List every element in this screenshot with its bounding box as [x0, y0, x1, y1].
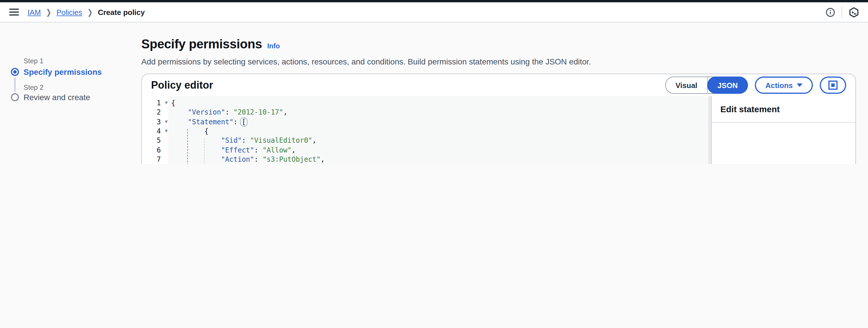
- page-heading-row: Specify permissions Info: [141, 37, 280, 52]
- actions-button[interactable]: Actions: [755, 77, 813, 94]
- code-line[interactable]: 4▼ {: [142, 127, 708, 136]
- step2-radio-icon[interactable]: [11, 93, 19, 101]
- breadcrumb-policies[interactable]: Policies: [57, 8, 83, 17]
- line-number: 4▼: [142, 127, 168, 136]
- code-lines: 1▼{2 "Version": "2012-10-17",3▼ "Stateme…: [142, 99, 708, 164]
- code-line[interactable]: 3▼ "Statement": [: [142, 117, 708, 127]
- step2-sub: Step 2: [24, 83, 43, 91]
- code-line[interactable]: 1▼{: [142, 99, 708, 108]
- step1-radio-icon[interactable]: [11, 67, 19, 76]
- edit-statement-panel: Edit statement Select a statement Select…: [711, 96, 855, 164]
- fullscreen-button[interactable]: [820, 77, 846, 94]
- divider: [842, 6, 842, 18]
- editor-controls: Visual JSON Actions: [665, 77, 846, 94]
- edit-statement-title: Edit statement: [720, 104, 780, 114]
- fold-arrow-icon[interactable]: ▼: [165, 99, 168, 108]
- chevron-right-icon: ❯: [87, 7, 92, 17]
- code-line[interactable]: 6 "Effect": "Allow",: [142, 145, 708, 155]
- breadcrumb-bar: IAM ❯ Policies ❯ Create policy: [0, 2, 868, 23]
- code-line[interactable]: 2 "Version": "2012-10-17",: [142, 108, 708, 117]
- sidebar-item-specify-permissions[interactable]: Specify permissions: [24, 67, 102, 77]
- edit-statement-header: Edit statement: [712, 96, 855, 122]
- line-number: 2: [142, 108, 168, 117]
- console-top-strip: [0, 0, 868, 2]
- step-connector: [14, 78, 16, 91]
- page-description: Add permissions by selecting services, a…: [141, 57, 591, 66]
- policy-editor-header: Policy editor Visual JSON Actions: [142, 74, 855, 97]
- statement-empty-state: Select a statement Select an existing st…: [712, 122, 855, 164]
- info-link[interactable]: Info: [267, 42, 280, 50]
- sidebar-item-review-and-create[interactable]: Review and create: [24, 93, 90, 102]
- line-number: 3▼: [142, 117, 168, 127]
- breadcrumb: IAM ❯ Policies ❯ Create policy: [28, 8, 145, 17]
- chevron-down-icon: [797, 83, 803, 87]
- code-line[interactable]: 5 "Sid": "VisualEditor0",: [142, 136, 708, 145]
- json-tab[interactable]: JSON: [707, 77, 748, 94]
- line-number: 7: [142, 155, 168, 164]
- panel-resize-handle[interactable]: [708, 96, 711, 164]
- iam-create-policy-page: IAM ❯ Policies ❯ Create policy Step 1 Sp…: [0, 0, 868, 164]
- page-title: Specify permissions: [141, 37, 262, 52]
- policy-editor-title: Policy editor: [151, 79, 665, 91]
- breadcrumb-current: Create policy: [98, 8, 145, 17]
- policy-editor-body: 1▼{2 "Version": "2012-10-17",3▼ "Stateme…: [142, 96, 855, 164]
- json-code-editor[interactable]: 1▼{2 "Version": "2012-10-17",3▼ "Stateme…: [142, 96, 708, 164]
- code-line[interactable]: 7 "Action": "s3:PutObject",: [142, 155, 708, 164]
- breadcrumb-bar-right: [824, 6, 868, 19]
- info-circle-icon[interactable]: [824, 6, 836, 19]
- fold-arrow-icon[interactable]: ▼: [165, 117, 168, 127]
- line-number: 6: [142, 145, 168, 155]
- line-number: 5: [142, 136, 168, 145]
- visual-tab[interactable]: Visual: [666, 77, 707, 94]
- editor-mode-toggle: Visual JSON: [665, 77, 748, 94]
- breadcrumb-iam[interactable]: IAM: [28, 8, 41, 17]
- cloudshell-icon[interactable]: [847, 6, 860, 19]
- menu-icon[interactable]: [9, 8, 19, 16]
- policy-editor-card: Policy editor Visual JSON Actions: [141, 74, 856, 164]
- line-number: 1▼: [142, 99, 168, 108]
- fullscreen-icon: [828, 81, 838, 90]
- chevron-right-icon: ❯: [46, 7, 51, 17]
- fold-arrow-icon[interactable]: ▼: [165, 127, 168, 136]
- step1-sub: Step 1: [24, 57, 43, 65]
